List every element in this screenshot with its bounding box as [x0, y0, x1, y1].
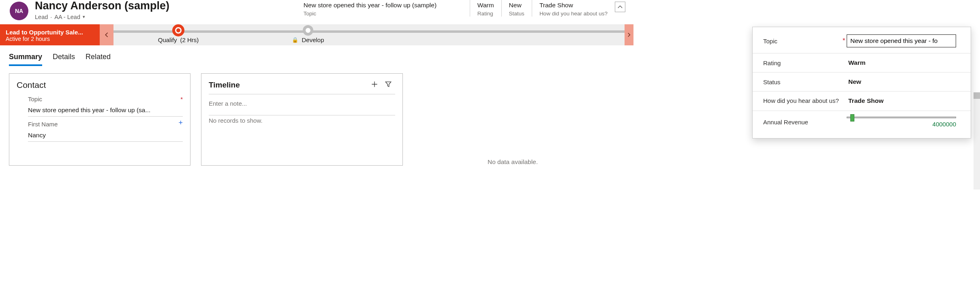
- timeline-empty-text: No records to show.: [209, 115, 395, 124]
- field-topic[interactable]: Topic * New store opened this year - fol…: [17, 96, 183, 121]
- field-underline: [28, 116, 183, 117]
- form-tabs: Summary Details Related: [0, 45, 633, 66]
- stage-label: Develop: [302, 36, 324, 43]
- header-field-status-value[interactable]: New: [509, 2, 524, 9]
- tab-summary[interactable]: Summary: [9, 53, 42, 66]
- chevron-up-icon: [617, 4, 623, 10]
- field-value[interactable]: New store opened this year - follow up (…: [28, 107, 183, 114]
- stage-duration: (2 Hrs): [180, 36, 199, 43]
- header-field-rating-label: Rating: [477, 11, 494, 17]
- filter-timeline-button[interactable]: [381, 80, 395, 90]
- right-column: No data available.: [413, 73, 612, 166]
- record-header: NA Nancy Anderson (sample) Lead · AA - L…: [0, 0, 633, 24]
- tab-details[interactable]: Details: [53, 53, 75, 66]
- contact-heading: Contact: [17, 80, 183, 90]
- header-field-status-label: Status: [509, 11, 524, 17]
- collapse-header-button[interactable]: [615, 2, 625, 12]
- process-next-button[interactable]: [625, 24, 633, 45]
- form-body: Contact Topic * New store opened this ye…: [0, 66, 633, 166]
- recommended-mark: +: [178, 121, 183, 128]
- timeline-section: Timeline Enter a note... No records to s…: [201, 73, 403, 166]
- process-active-duration: Active for 2 hours: [6, 36, 95, 42]
- stage-label: Qualify: [158, 36, 177, 43]
- header-fields: New store opened this year - follow up (…: [304, 0, 625, 17]
- process-name-block[interactable]: Lead to Opportunity Sale... Active for 2…: [0, 24, 100, 45]
- separator-dot: ·: [50, 14, 52, 20]
- stage-dot: [303, 25, 313, 36]
- tab-related[interactable]: Related: [86, 53, 111, 66]
- process-track: Qualify (2 Hrs) 🔒 Develop: [113, 24, 633, 45]
- header-field-hear-value[interactable]: Trade Show: [539, 2, 608, 9]
- required-mark: *: [180, 96, 183, 102]
- record-title: Nancy Anderson (sample): [35, 0, 262, 12]
- header-field-topic-value[interactable]: New store opened this year - follow up (…: [304, 2, 462, 9]
- entity-label: Lead: [35, 14, 48, 20]
- header-field-rating-value[interactable]: Warm: [477, 2, 494, 9]
- chevron-right-icon: [627, 32, 631, 37]
- no-data-text: No data available.: [413, 158, 612, 166]
- field-label: Topic: [28, 96, 42, 102]
- filter-icon: [384, 80, 392, 88]
- plus-icon: [370, 80, 379, 88]
- timeline-heading: Timeline: [209, 81, 368, 90]
- process-name: Lead to Opportunity Sale...: [6, 29, 95, 36]
- business-process-flow: Lead to Opportunity Sale... Active for 2…: [0, 24, 633, 45]
- contact-section: Contact Topic * New store opened this ye…: [9, 73, 190, 166]
- header-field-hear-label: How did you hear about us?: [539, 11, 608, 17]
- avatar: NA: [10, 2, 28, 20]
- chevron-left-icon: [104, 32, 109, 38]
- stage-qualify[interactable]: Qualify (2 Hrs): [113, 24, 243, 36]
- form-switcher-label[interactable]: AA - Lead: [54, 14, 80, 20]
- field-underline: [28, 141, 183, 142]
- stage-develop[interactable]: 🔒 Develop: [243, 24, 373, 36]
- process-prev-button[interactable]: [100, 24, 113, 45]
- field-first-name[interactable]: First Name + Nancy: [17, 121, 183, 146]
- stage-dot-active: [172, 24, 184, 36]
- field-value[interactable]: Nancy: [28, 132, 183, 139]
- header-field-topic-label: Topic: [304, 11, 462, 17]
- lock-icon: 🔒: [292, 37, 298, 43]
- add-timeline-button[interactable]: [368, 80, 381, 90]
- chevron-down-icon[interactable]: ▾: [83, 14, 85, 19]
- field-label: First Name: [28, 121, 58, 128]
- record-subtitle[interactable]: Lead · AA - Lead ▾: [35, 14, 262, 20]
- note-input[interactable]: Enter a note...: [209, 94, 395, 111]
